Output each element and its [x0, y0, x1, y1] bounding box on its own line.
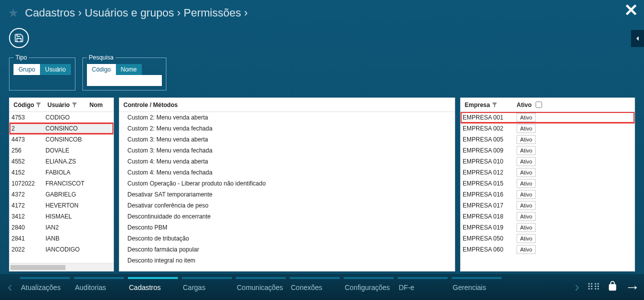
pesquisa-nome-option[interactable]: Nome — [116, 64, 142, 75]
breadcrumb-item[interactable]: Usuários e grupos — [85, 6, 174, 20]
table-row[interactable]: EMPRESA 001Ativo — [461, 112, 635, 123]
cell-ativo[interactable]: Ativo — [515, 157, 540, 166]
table-row[interactable]: 1072022FRANCISCOT — [9, 178, 113, 189]
col-controle[interactable]: Controle / Métodos — [123, 102, 178, 108]
cell-ativo[interactable]: Ativo — [515, 245, 540, 254]
table-row[interactable]: EMPRESA 005Ativo — [461, 134, 635, 145]
table-row[interactable]: EMPRESA 017Ativo — [461, 200, 635, 211]
tab-item[interactable]: Cadastros — [128, 277, 178, 296]
search-input[interactable] — [87, 75, 162, 86]
table-row[interactable]: EMPRESA 060Ativo — [461, 244, 635, 255]
methods-grid-body[interactable]: Custom 2: Menu venda abertaCustom 2: Men… — [119, 112, 455, 271]
table-row[interactable]: EMPRESA 019Ativo — [461, 222, 635, 233]
save-button[interactable] — [9, 28, 29, 48]
empresas-grid-body[interactable]: EMPRESA 001AtivoEMPRESA 002AtivoEMPRESA … — [461, 112, 635, 271]
table-row[interactable]: 2840IAN2 — [9, 222, 113, 233]
list-item[interactable]: Desativar SAT temporariamente — [119, 189, 455, 200]
lock-icon[interactable] — [607, 280, 618, 295]
ativo-select-all-checkbox[interactable] — [536, 102, 542, 108]
cell-codigo: 1072022 — [9, 180, 43, 187]
table-row[interactable]: 256DOVALE — [9, 145, 113, 156]
chevron-right-icon: › — [177, 6, 180, 20]
tab-item[interactable]: Conexões — [290, 277, 340, 296]
col-empresa[interactable]: Empresa — [465, 102, 490, 108]
tab-item[interactable]: Configurações — [344, 277, 394, 296]
tab-item[interactable]: Auditorias — [74, 277, 124, 296]
table-row[interactable]: EMPRESA 015Ativo — [461, 178, 635, 189]
list-item[interactable]: Custom 3: Menu venda aberta — [119, 134, 455, 145]
col-ativo[interactable]: Ativo — [517, 102, 532, 108]
list-item[interactable]: Custom Operação - Liberar produto não id… — [119, 178, 455, 189]
collapse-panel-icon[interactable] — [631, 30, 644, 47]
cell-ativo[interactable]: Ativo — [515, 146, 540, 155]
list-item[interactable]: Desconto integral no item — [119, 255, 455, 266]
list-item[interactable]: Desativar conferência de peso — [119, 200, 455, 211]
table-row[interactable]: EMPRESA 002Ativo — [461, 123, 635, 134]
table-row[interactable]: 4172HEVERTON — [9, 200, 113, 211]
table-row[interactable]: EMPRESA 010Ativo — [461, 156, 635, 167]
tipo-usuario-option[interactable]: Usuário — [40, 64, 70, 75]
cell-codigo: 2841 — [9, 235, 43, 242]
table-row[interactable]: 2CONSINCO — [9, 123, 113, 134]
arrow-right-icon[interactable]: → — [625, 278, 640, 296]
cell-ativo[interactable]: Ativo — [515, 124, 540, 133]
tipo-grupo-option[interactable]: Grupo — [13, 64, 40, 75]
star-icon[interactable]: ★ — [8, 6, 19, 20]
table-row[interactable]: 3412HISMAEL — [9, 211, 113, 222]
tab-item[interactable]: Atualizações — [20, 277, 70, 296]
filter-icon[interactable] — [72, 102, 77, 108]
table-row[interactable]: 2841IANB — [9, 233, 113, 244]
list-item[interactable]: Custom 4: Menu venda aberta — [119, 156, 455, 167]
tipo-legend: Tipo — [13, 54, 29, 61]
users-grid-body[interactable]: 4753CODIGO2CONSINCO4473CONSINCOB256DOVAL… — [9, 112, 113, 263]
tabs-prev-icon[interactable]: ‹ — [4, 279, 16, 295]
cell-ativo[interactable]: Ativo — [515, 113, 540, 122]
table-row[interactable]: 4152FABIOLA — [9, 167, 113, 178]
list-item[interactable]: Descontinuidade do encerrante — [119, 211, 455, 222]
cell-ativo[interactable]: Ativo — [515, 179, 540, 188]
close-icon[interactable]: ✕ — [624, 0, 638, 20]
list-item[interactable]: Custom 2: Menu venda aberta — [119, 112, 455, 123]
breadcrumb-item[interactable]: Permissões — [183, 6, 241, 20]
list-item[interactable]: Desconto PBM — [119, 222, 455, 233]
table-row[interactable]: EMPRESA 016Ativo — [461, 189, 635, 200]
cell-usuario: HEVERTON — [43, 202, 103, 209]
list-item[interactable]: Custom 2: Menu venda fechada — [119, 123, 455, 134]
cell-ativo[interactable]: Ativo — [515, 212, 540, 221]
cell-ativo[interactable]: Ativo — [515, 168, 540, 177]
col-codigo[interactable]: Código — [13, 102, 34, 108]
cell-ativo[interactable]: Ativo — [515, 201, 540, 210]
list-item[interactable]: Custom 3: Menu venda fechada — [119, 145, 455, 156]
horizontal-scroll[interactable] — [9, 263, 113, 271]
tab-item[interactable]: Gerenciais — [452, 277, 502, 296]
filter-icon[interactable] — [36, 102, 41, 108]
table-row[interactable]: 2022IANCODIGO — [9, 244, 113, 255]
list-item[interactable]: Custom 4: Menu venda fechada — [119, 167, 455, 178]
list-item[interactable]: Desconto de tributação — [119, 233, 455, 244]
cell-ativo[interactable]: Ativo — [515, 135, 540, 144]
cell-usuario: IANB — [43, 235, 103, 242]
cell-ativo[interactable]: Ativo — [515, 190, 540, 199]
table-row[interactable]: EMPRESA 018Ativo — [461, 211, 635, 222]
table-row[interactable]: 4473CONSINCOB — [9, 134, 113, 145]
cell-empresa: EMPRESA 009 — [461, 147, 515, 154]
table-row[interactable]: EMPRESA 009Ativo — [461, 145, 635, 156]
list-item[interactable]: Desconto farmácia popular — [119, 244, 455, 255]
tab-item[interactable]: DF-e — [398, 277, 448, 296]
filter-icon[interactable] — [492, 102, 497, 108]
table-row[interactable]: EMPRESA 050Ativo — [461, 233, 635, 244]
cell-ativo[interactable]: Ativo — [515, 234, 540, 243]
tabs-next-icon[interactable]: › — [571, 279, 583, 295]
table-row[interactable]: 4753CODIGO — [9, 112, 113, 123]
breadcrumb-item[interactable]: Cadastros — [25, 6, 75, 20]
table-row[interactable]: 4372GABRIELG — [9, 189, 113, 200]
table-row[interactable]: EMPRESA 012Ativo — [461, 167, 635, 178]
tab-item[interactable]: Cargas — [182, 277, 232, 296]
cell-ativo[interactable]: Ativo — [515, 223, 540, 232]
tab-item[interactable]: Comunicações — [236, 277, 286, 296]
pesquisa-codigo-option[interactable]: Código — [87, 64, 116, 75]
table-row[interactable]: 4552ELIANA.ZS — [9, 156, 113, 167]
col-nome[interactable]: Nom — [89, 102, 103, 108]
apps-grid-icon[interactable]: ⠿⠿ — [587, 282, 600, 292]
col-usuario[interactable]: Usuário — [47, 102, 70, 108]
